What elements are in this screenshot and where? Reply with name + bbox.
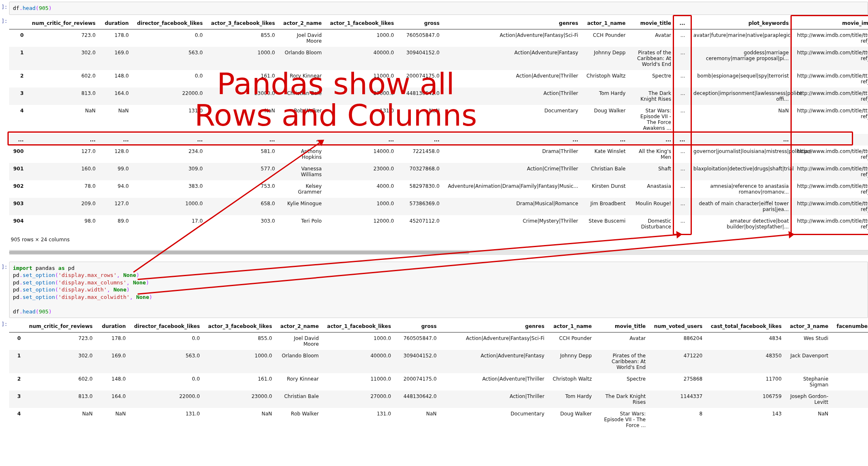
table-cell — [832, 350, 868, 373]
table-cell: ... — [398, 134, 444, 146]
table-cell: 164.0 — [100, 87, 133, 105]
dataframe-output-2[interactable]: num_critic_for_reviewsdurationdirector_f… — [9, 320, 868, 431]
code-input-1[interactable]: df.head(905) — [9, 2, 868, 15]
table-cell: 127.0 — [28, 146, 99, 163]
table-cell: Rory Kinnear — [279, 70, 326, 87]
table-cell: http://www.imdb.com/title/tt5289954/?ref… — [793, 105, 868, 134]
column-header: plot_keywords — [689, 17, 793, 29]
table-cell: 127.0 — [100, 198, 133, 215]
table-cell: http://www.imdb.com/title/tt0405676/?ref… — [793, 146, 868, 163]
table-cell: Pirates of the Caribbean: At World's End — [596, 350, 650, 373]
table-cell: Shaft — [630, 163, 675, 180]
table-cell: ... — [675, 87, 689, 105]
table-cell: 448130642.0 — [398, 87, 444, 105]
table-cell: ... — [675, 180, 689, 198]
table-cell: 148.0 — [97, 373, 130, 391]
column-header: cast_total_facebook_likes — [707, 320, 786, 333]
table-cell: 14000.0 — [326, 146, 398, 163]
table-cell: ... — [675, 70, 689, 87]
table-cell: 302.0 — [28, 47, 99, 70]
column-header: gross — [398, 17, 444, 29]
table-cell: Rob Walker — [279, 105, 326, 134]
table-cell: Rory Kinnear — [276, 373, 323, 391]
table-cell: http://www.imdb.com/title/tt0118617/?ref… — [793, 180, 868, 198]
row-index: 0 — [9, 29, 28, 47]
table-cell: 70327868.0 — [398, 163, 444, 180]
table-row: 2602.0148.00.0161.0Rory Kinnear11000.020… — [9, 373, 868, 391]
table-cell: 23000.0 — [207, 87, 279, 105]
table-cell: All the King's Men — [630, 146, 675, 163]
table-cell: 0.0 — [130, 333, 204, 350]
table-cell: 200074175.0 — [395, 373, 441, 391]
table-cell: 309404152.0 — [395, 350, 441, 373]
table-cell: Rob Walker — [276, 408, 323, 431]
output-cell-2: ]: num_critic_for_reviewsdurationdirecto… — [0, 319, 868, 433]
column-header — [9, 17, 28, 29]
table-cell: http://www.imdb.com/title/tt0203009/?ref… — [793, 198, 868, 215]
table-cell: 7221458.0 — [398, 146, 444, 163]
table-cell: 200074175.0 — [398, 70, 444, 87]
table-row: 2602.0148.00.0161.0Rory Kinnear11000.020… — [9, 70, 868, 87]
row-index: 2 — [9, 70, 28, 87]
table-cell: Action|Adventure|Fantasy — [441, 350, 548, 373]
row-index: 4 — [9, 408, 25, 431]
table-cell: 760505847.0 — [398, 29, 444, 47]
column-header: duration — [97, 320, 130, 333]
column-header: actor_1_facebook_likes — [326, 17, 398, 29]
table-cell: ... — [675, 134, 689, 146]
table-cell: 58297830.0 — [398, 180, 444, 198]
table-cell: governor|journalist|louisiana|mistress|p… — [689, 146, 793, 163]
table-cell: 78.0 — [28, 180, 99, 198]
table-cell: 309404152.0 — [398, 47, 444, 70]
row-index: 2 — [9, 373, 25, 391]
table-cell: 131.0 — [326, 105, 398, 134]
table-cell: ... — [675, 163, 689, 180]
column-header: actor_3_facebook_likes — [207, 17, 279, 29]
table-cell: 1144337 — [650, 391, 707, 408]
table-cell: Action|Thriller — [441, 391, 548, 408]
table-cell: ... — [689, 134, 793, 146]
input-prompt: ]: — [0, 2, 9, 10]
column-header — [9, 320, 25, 333]
table-cell: ... — [630, 134, 675, 146]
table-row: 1302.0169.0563.01000.0Orlando Bloom40000… — [9, 47, 868, 70]
table-cell: Jim Broadbent — [582, 198, 630, 215]
table-cell: The Dark Knight Rises — [596, 391, 650, 408]
table-cell: Spectre — [630, 70, 675, 87]
row-index: 900 — [9, 146, 28, 163]
table-cell: Christian Bale — [276, 391, 323, 408]
table-row: 4NaNNaN131.0NaNRob Walker131.0NaNDocumen… — [9, 105, 868, 134]
table-cell — [832, 333, 868, 350]
column-header: actor_2_name — [276, 320, 323, 333]
table-cell: 1000.0 — [323, 333, 395, 350]
code-cell-1: ]: df.head(905) — [0, 2, 868, 15]
row-index: 1 — [9, 350, 25, 373]
column-header: actor_2_name — [279, 17, 326, 29]
column-header: actor_3_facebook_likes — [204, 320, 276, 333]
table-cell: Action|Adventure|Thriller — [441, 373, 548, 391]
table-cell: 1000.0 — [326, 29, 398, 47]
table-cell: http://www.imdb.com/title/tt0162650/?ref… — [793, 163, 868, 180]
table-cell: http://www.imdb.com/title/tt1345836/?ref… — [793, 87, 868, 105]
table-cell: 148.0 — [100, 70, 133, 87]
table-cell: 40000.0 — [326, 47, 398, 70]
table-cell: http://www.imdb.com/title/tt0499549/?ref… — [793, 29, 868, 47]
table-cell: CCH Pounder — [582, 29, 630, 47]
row-index: 904 — [9, 215, 28, 233]
table-cell: goddess|marriage ceremony|marriage propo… — [689, 47, 793, 70]
table-cell: 8 — [650, 408, 707, 431]
column-header: genres — [444, 17, 582, 29]
table-cell: bomb|espionage|sequel|spy|terrorist — [689, 70, 793, 87]
table-cell: avatar|future|marine|native|paraplegic — [689, 29, 793, 47]
table-cell: blaxploitation|detective|drugs|shaft|tri… — [689, 163, 793, 180]
table-cell: NaN — [204, 408, 276, 431]
row-index: ... — [9, 134, 28, 146]
column-header: facenumber_ — [832, 320, 868, 333]
table-cell: 1000.0 — [326, 198, 398, 215]
table-cell: 22000.0 — [130, 391, 204, 408]
table-cell: 98.0 — [28, 215, 99, 233]
table-cell — [832, 391, 868, 408]
table-cell: 169.0 — [100, 47, 133, 70]
table-cell: Anastasia — [630, 180, 675, 198]
table-cell: 723.0 — [28, 29, 99, 47]
